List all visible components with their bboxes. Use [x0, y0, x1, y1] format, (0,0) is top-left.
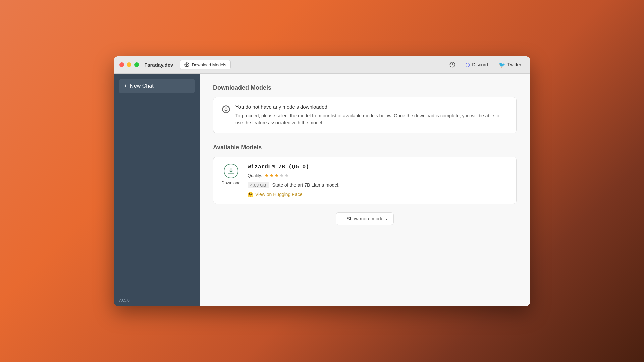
hugging-face-link[interactable]: 🤗 View on Hugging Face	[248, 192, 508, 197]
download-models-button[interactable]: Download Models	[180, 60, 230, 69]
info-primary-text: You do not have any models downloaded.	[235, 104, 508, 110]
history-button[interactable]	[447, 59, 458, 70]
star-5: ★	[284, 173, 289, 179]
hugging-face-label: View on Hugging Face	[255, 192, 303, 197]
hugging-face-icon: 🤗	[248, 192, 253, 197]
new-chat-button[interactable]: + New Chat	[119, 79, 195, 93]
twitter-label: Twitter	[507, 62, 521, 67]
version-label: v0.5.0	[114, 295, 200, 306]
content-area: Downloaded Models You do not have any mo…	[200, 74, 530, 306]
download-models-label: Download Models	[192, 62, 226, 67]
download-nav-icon	[184, 62, 190, 67]
traffic-lights	[119, 62, 139, 67]
titlebar: Faraday.dev Download Models ⬡ Discord	[114, 56, 530, 74]
show-more-button[interactable]: + Show more models	[336, 212, 394, 225]
discord-icon: ⬡	[465, 62, 470, 68]
star-1: ★	[264, 173, 269, 179]
show-more-label: + Show more models	[343, 216, 387, 221]
star-3: ★	[274, 173, 279, 179]
close-button[interactable]	[119, 62, 124, 67]
info-box: You do not have any models downloaded. T…	[213, 97, 517, 133]
download-area: Download	[221, 164, 241, 185]
model-quality: Quality: ★ ★ ★ ★ ★	[248, 173, 508, 179]
stars: ★ ★ ★ ★ ★	[264, 173, 289, 179]
minimize-button[interactable]	[127, 62, 131, 67]
sidebar: + New Chat v0.5.0	[114, 74, 200, 306]
main-layout: + New Chat v0.5.0 Downloaded Models You …	[114, 74, 530, 306]
twitter-button[interactable]: 🐦 Twitter	[495, 60, 525, 70]
star-4: ★	[279, 173, 284, 179]
model-size: 4.63 GB	[248, 182, 269, 188]
header-right: ⬡ Discord 🐦 Twitter	[447, 59, 525, 70]
plus-icon: +	[124, 83, 127, 89]
info-download-icon	[221, 105, 231, 126]
twitter-icon: 🐦	[499, 62, 505, 68]
quality-label: Quality:	[248, 173, 262, 178]
info-secondary-text: To proceed, please select the model from…	[235, 112, 508, 126]
new-chat-label: New Chat	[130, 83, 153, 89]
discord-button[interactable]: ⬡ Discord	[462, 60, 491, 70]
model-description: State of the art 7B Llama model.	[272, 182, 340, 188]
app-name: Faraday.dev	[144, 62, 173, 68]
model-details: 4.63 GB State of the art 7B Llama model.	[248, 182, 508, 188]
show-more-container: + Show more models	[213, 212, 517, 225]
download-button[interactable]	[224, 164, 238, 178]
star-2: ★	[269, 173, 274, 179]
maximize-button[interactable]	[134, 62, 139, 67]
model-info: WizardLM 7B (Q5_0) Quality: ★ ★ ★ ★ ★ 4.…	[248, 164, 508, 197]
model-name: WizardLM 7B (Q5_0)	[248, 164, 508, 170]
app-window: Faraday.dev Download Models ⬡ Discord	[114, 56, 530, 306]
download-label: Download	[221, 180, 241, 185]
history-icon	[449, 61, 456, 68]
sidebar-content	[114, 99, 200, 295]
download-circle-icon	[227, 167, 235, 175]
downloaded-section-title: Downloaded Models	[213, 84, 517, 92]
info-text: You do not have any models downloaded. T…	[235, 104, 508, 126]
available-section-title: Available Models	[213, 144, 517, 151]
model-card: Download WizardLM 7B (Q5_0) Quality: ★ ★…	[213, 157, 517, 204]
discord-label: Discord	[472, 62, 488, 67]
